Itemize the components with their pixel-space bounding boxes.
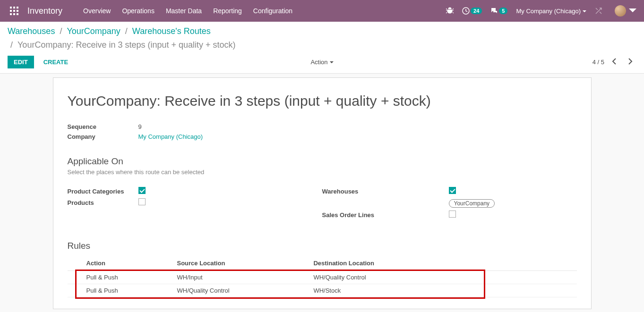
table-row[interactable]: Pull & PushWH/Quality ControlWH/Stock	[68, 284, 577, 297]
form-sheet: YourCompany: Receive in 3 steps (input +…	[53, 77, 592, 309]
company-label: My Company (Chicago)	[516, 8, 581, 15]
tag-warehouse[interactable]: YourCompany	[449, 199, 495, 208]
svg-rect-7	[13, 13, 15, 15]
checkbox-warehouses[interactable]	[449, 187, 456, 194]
label-sales-order-lines: Sales Order Lines	[322, 211, 449, 219]
breadcrumb-yourcompany[interactable]: YourCompany	[67, 26, 120, 36]
cell-destination: WH/Quality Control	[309, 271, 463, 284]
svg-rect-3	[10, 10, 12, 12]
tools-icon[interactable]	[595, 7, 602, 15]
svg-rect-1	[13, 7, 15, 8]
breadcrumb-current: YourCompany: Receive in 3 steps (input +…	[17, 40, 236, 50]
svg-rect-4	[13, 10, 15, 12]
page-title: YourCompany: Receive in 3 steps (input +…	[68, 93, 577, 109]
svg-rect-8	[17, 13, 18, 15]
col-destination[interactable]: Destination Location	[309, 256, 463, 271]
section-applicable-on-sub: Select the places where this route can b…	[68, 169, 577, 176]
rules-container: Action Source Location Destination Locat…	[68, 256, 577, 297]
nav-master-data[interactable]: Master Data	[160, 7, 207, 15]
edit-button[interactable]: EDIT	[8, 56, 34, 68]
cell-action: Pull & Push	[82, 284, 172, 297]
caret-down-icon	[629, 7, 636, 16]
nav-operations[interactable]: Operations	[116, 7, 160, 15]
cell-action: Pull & Push	[82, 271, 172, 284]
clock-icon[interactable]: 24	[462, 7, 482, 15]
nav-configuration[interactable]: Configuration	[248, 7, 298, 15]
col-action[interactable]: Action	[82, 256, 172, 271]
label-sequence: Sequence	[68, 123, 138, 130]
label-warehouses: Warehouses	[322, 188, 449, 195]
value-sequence: 9	[138, 123, 142, 130]
label-products: Products	[68, 199, 138, 206]
nav-overview[interactable]: Overview	[77, 7, 116, 15]
bug-icon[interactable]	[446, 7, 454, 15]
checkbox-product-categories[interactable]	[138, 187, 146, 194]
avatar	[615, 5, 626, 17]
label-product-categories: Product Categories	[68, 188, 138, 195]
user-menu[interactable]	[611, 5, 636, 17]
cp-buttons-row: EDIT CREATE Action 4 / 5	[8, 53, 636, 73]
company-switcher[interactable]: My Company (Chicago)	[516, 8, 586, 15]
svg-rect-6	[10, 13, 12, 15]
svg-rect-2	[17, 7, 18, 8]
action-dropdown[interactable]: Action	[310, 59, 333, 66]
caret-down-icon	[330, 59, 334, 66]
top-navbar: Inventory Overview Operations Master Dat…	[0, 0, 644, 22]
cell-source: WH/Quality Control	[172, 284, 309, 297]
section-applicable-on: Applicable On	[68, 156, 577, 167]
breadcrumb: Warehouses / YourCompany / Warehouse's R…	[8, 26, 636, 50]
col-source[interactable]: Source Location	[172, 256, 309, 271]
brand-title[interactable]: Inventory	[27, 6, 62, 16]
cell-source: WH/Input	[172, 271, 309, 284]
pager-prev[interactable]	[608, 56, 620, 68]
content-scroll[interactable]: YourCompany: Receive in 3 steps (input +…	[0, 74, 644, 312]
section-rules: Rules	[68, 241, 577, 251]
breadcrumb-routes[interactable]: Warehouse's Routes	[132, 26, 211, 36]
create-button[interactable]: CREATE	[38, 56, 74, 68]
discuss-icon[interactable]: 5	[490, 7, 507, 15]
pager-next[interactable]	[624, 56, 636, 68]
nav-reporting[interactable]: Reporting	[207, 7, 248, 15]
navbar-right: 24 5 My Company (Chicago)	[446, 5, 636, 17]
cell-destination: WH/Stock	[309, 284, 463, 297]
rules-table: Action Source Location Destination Locat…	[68, 256, 577, 297]
table-row[interactable]: Pull & PushWH/InputWH/Quality Control	[68, 271, 577, 284]
checkbox-sales-order-lines[interactable]	[449, 211, 456, 218]
pager-text[interactable]: 4 / 5	[592, 59, 604, 66]
label-company: Company	[68, 133, 138, 140]
apps-icon[interactable]	[8, 4, 21, 17]
activity-badge: 24	[471, 8, 482, 14]
svg-rect-5	[17, 10, 18, 12]
discuss-badge: 5	[499, 8, 507, 14]
svg-rect-0	[10, 7, 12, 8]
checkbox-products[interactable]	[138, 198, 146, 205]
breadcrumb-warehouses[interactable]: Warehouses	[8, 26, 55, 36]
value-company-link[interactable]: My Company (Chicago)	[138, 133, 203, 140]
control-panel: Warehouses / YourCompany / Warehouse's R…	[0, 22, 644, 74]
pager: 4 / 5	[592, 56, 636, 68]
nav-menu: Overview Operations Master Data Reportin…	[77, 7, 298, 15]
caret-down-icon	[583, 8, 586, 15]
